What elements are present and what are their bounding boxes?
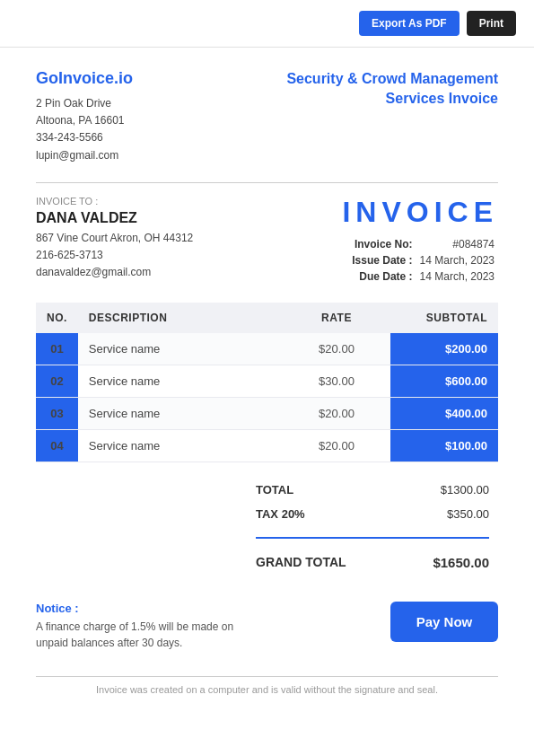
grand-total-row: GRAND TOTAL $1650.00 [249,550,496,575]
invoice-title-block: Security & Crowd Management Services Inv… [286,69,498,110]
footer-divider [36,676,498,677]
col-description: DESCRIPTION [78,303,283,333]
row-rate: $20.00 [283,397,390,429]
totals-section: TOTAL $1300.00 TAX 20% $350.00 GRAND TOT… [36,477,498,576]
table-row: 01 Service name $20.00 $200.00 [36,333,498,365]
row-number: 03 [36,397,78,429]
header-section: GoInvoice.io 2 Pin Oak Drive Altoona, PA… [36,69,498,164]
client-email: danavaldez@gmail.com [36,264,193,281]
row-rate: $30.00 [283,365,390,397]
issue-date-value: 14 March, 2023 [416,252,498,268]
export-pdf-button[interactable]: Export As PDF [359,11,460,36]
grand-total-value: $1650.00 [398,550,496,575]
total-row: TOTAL $1300.00 [249,479,496,501]
invoice-word: INVOICE [342,196,498,229]
invoice-info-table: Invoice No: #084874 Issue Date : 14 Marc… [348,236,498,285]
tax-label: TAX 20% [249,503,396,525]
service-title: Security & Crowd Management Services Inv… [286,69,498,110]
col-subtotal: SUBTOTAL [390,303,498,333]
notice-text: A finance charge of 1.5% will be made on… [36,619,251,651]
totals-table: TOTAL $1300.00 TAX 20% $350.00 GRAND TOT… [247,477,498,576]
row-rate: $20.00 [283,429,390,462]
due-date-label: Due Date : [348,268,416,285]
row-subtotal: $600.00 [390,365,498,397]
pay-now-button[interactable]: Pay Now [390,602,498,642]
company-address2: Altoona, PA 16601 [36,112,133,129]
invoice-details: INVOICE Invoice No: #084874 Issue Date :… [342,196,498,285]
invoice-no-value: #084874 [416,236,498,252]
issue-date-label: Issue Date : [348,252,416,268]
company-address1: 2 Pin Oak Drive [36,95,133,112]
row-subtotal: $100.00 [390,429,498,462]
grand-divider [256,537,489,539]
col-no: NO. [36,303,78,333]
client-address: 867 Vine Court Akron, OH 44312 [36,230,193,247]
notice-block: Notice : A finance charge of 1.5% will b… [36,602,251,651]
notice-pay-section: Notice : A finance charge of 1.5% will b… [36,591,498,662]
tax-row: TAX 20% $350.00 [249,503,496,525]
company-phone: 334-243-5566 [36,129,133,146]
row-subtotal: $400.00 [390,397,498,429]
company-info: GoInvoice.io 2 Pin Oak Drive Altoona, PA… [36,69,133,164]
notice-title: Notice : [36,602,251,615]
bill-to-label: INVOICE TO : [36,196,193,207]
row-description: Service name [78,365,283,397]
row-description: Service name [78,429,283,462]
client-info: INVOICE TO : DANA VALDEZ 867 Vine Court … [36,196,193,282]
col-rate: RATE [283,303,390,333]
tax-value: $350.00 [398,503,496,525]
row-description: Service name [78,397,283,429]
row-rate: $20.00 [283,333,390,365]
table-row: 03 Service name $20.00 $400.00 [36,397,498,429]
table-row: 04 Service name $20.00 $100.00 [36,429,498,462]
items-table: NO. DESCRIPTION RATE SUBTOTAL 01 Service… [36,303,498,462]
row-number: 01 [36,333,78,365]
company-name: GoInvoice.io [36,69,133,88]
grand-total-label: GRAND TOTAL [249,550,396,575]
table-row: 02 Service name $30.00 $600.00 [36,365,498,397]
row-number: 04 [36,429,78,462]
print-button[interactable]: Print [467,11,516,36]
invoice-no-label: Invoice No: [348,236,416,252]
due-date-value: 14 March, 2023 [416,268,498,285]
top-bar: Export As PDF Print [0,0,534,48]
header-divider [36,182,498,183]
invoice-meta-section: INVOICE TO : DANA VALDEZ 867 Vine Court … [36,196,498,285]
client-phone: 216-625-3713 [36,247,193,264]
row-subtotal: $200.00 [390,333,498,365]
total-label: TOTAL [249,479,396,501]
row-description: Service name [78,333,283,365]
client-name: DANA VALDEZ [36,210,193,226]
company-email: lupin@gmail.com [36,147,133,164]
row-number: 02 [36,365,78,397]
total-value: $1300.00 [398,479,496,501]
footer-text: Invoice was created on a computer and is… [36,684,498,708]
